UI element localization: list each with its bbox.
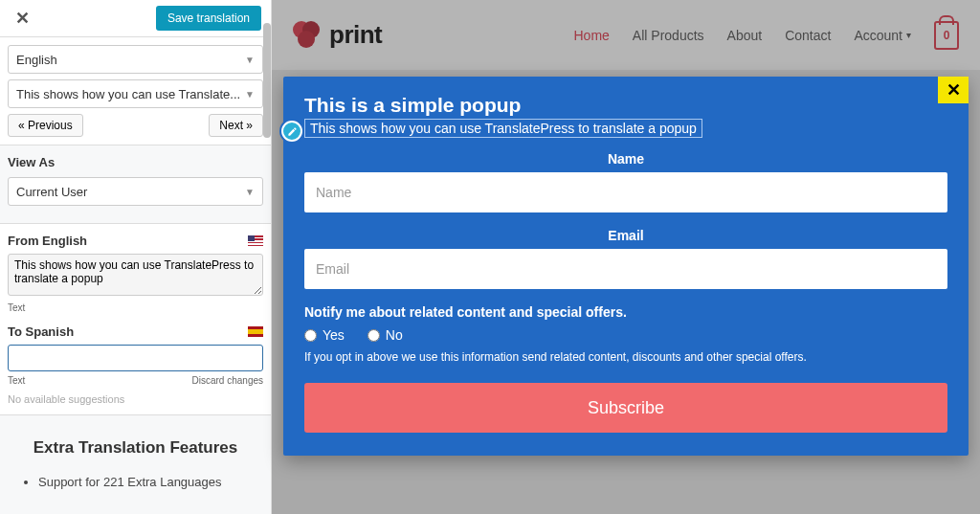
popup-close-button[interactable]: ✕ bbox=[938, 77, 969, 103]
to-text-input[interactable] bbox=[8, 345, 263, 371]
notify-yes-label: Yes bbox=[323, 327, 345, 343]
panel-header: ✕ Save translation bbox=[0, 0, 271, 37]
to-text-meta: Text bbox=[8, 375, 25, 386]
previous-button[interactable]: « Previous bbox=[8, 114, 83, 137]
view-as-value: Current User bbox=[16, 185, 87, 199]
extra-features-title: Extra Translation Features bbox=[15, 438, 256, 458]
notify-no-label: No bbox=[386, 327, 403, 343]
notify-no-option[interactable]: No bbox=[368, 327, 403, 343]
language-select[interactable]: English ▼ bbox=[8, 45, 263, 74]
extra-feature-item: Support for 221 Extra Languages bbox=[38, 475, 256, 489]
from-text: This shows how you can use TranslatePres… bbox=[8, 254, 263, 296]
notify-no-radio[interactable] bbox=[368, 329, 380, 342]
chevron-down-icon: ▼ bbox=[245, 89, 255, 100]
popup: ✕ This is a simple popup This shows how … bbox=[283, 77, 969, 456]
subscribe-button[interactable]: Subscribe bbox=[304, 383, 947, 433]
save-translation-button[interactable]: Save translation bbox=[156, 6, 261, 31]
extra-features-section: Extra Translation Features Support for 2… bbox=[0, 415, 271, 514]
view-as-label: View As bbox=[8, 155, 263, 169]
popup-subtitle-wrap: This shows how you can use TranslatePres… bbox=[304, 121, 702, 136]
translation-block: From English This shows how you can use … bbox=[0, 224, 271, 415]
string-select[interactable]: This shows how you can use Translate... … bbox=[8, 79, 263, 108]
name-input[interactable] bbox=[304, 172, 947, 212]
email-input[interactable] bbox=[304, 249, 947, 289]
pencil-icon bbox=[287, 126, 298, 137]
close-panel-button[interactable]: ✕ bbox=[10, 6, 35, 31]
flag-us-icon bbox=[248, 235, 263, 246]
translation-panel: ✕ Save translation English ▼ This shows … bbox=[0, 0, 272, 514]
notify-yes-radio[interactable] bbox=[304, 329, 317, 342]
optin-note: If you opt in above we use this informat… bbox=[304, 350, 947, 364]
name-label: Name bbox=[304, 151, 947, 167]
panel-controls: English ▼ This shows how you can use Tra… bbox=[0, 37, 271, 145]
popup-title: This is a simple popup bbox=[304, 94, 947, 117]
scrollbar[interactable] bbox=[263, 23, 271, 138]
notify-radio-group: Yes No bbox=[304, 327, 947, 343]
chevron-down-icon: ▼ bbox=[245, 187, 255, 197]
notify-yes-option[interactable]: Yes bbox=[304, 327, 345, 343]
from-language-label: From English bbox=[8, 234, 87, 248]
view-as-select[interactable]: Current User ▼ bbox=[8, 177, 263, 206]
no-suggestions-text: No available suggestions bbox=[8, 393, 263, 405]
string-select-value: This shows how you can use Translate... bbox=[16, 87, 240, 101]
language-select-value: English bbox=[16, 53, 57, 67]
flag-es-icon bbox=[248, 326, 263, 337]
notify-label: Notify me about related content and spec… bbox=[304, 304, 947, 320]
popup-subtitle[interactable]: This shows how you can use TranslatePres… bbox=[304, 119, 702, 138]
chevron-down-icon: ▼ bbox=[245, 55, 255, 65]
next-button[interactable]: Next » bbox=[209, 114, 263, 137]
to-language-label: To Spanish bbox=[8, 324, 74, 339]
from-text-meta: Text bbox=[8, 302, 263, 313]
email-label: Email bbox=[304, 228, 947, 243]
view-as-section: View As Current User ▼ bbox=[0, 145, 271, 224]
edit-string-button[interactable] bbox=[281, 121, 302, 142]
discard-changes-link[interactable]: Discard changes bbox=[192, 375, 263, 386]
